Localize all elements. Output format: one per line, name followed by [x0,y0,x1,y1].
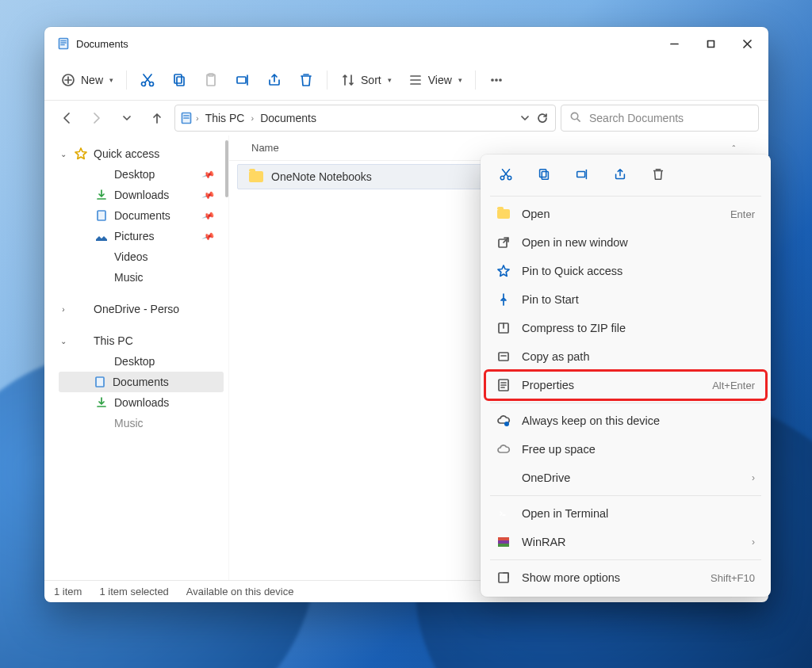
file-name: OneNote Notebooks [271,170,372,183]
titlebar-title: Documents [76,38,656,50]
cm-copy[interactable] [530,162,558,186]
search-placeholder: Search Documents [589,112,684,124]
context-menu: Open Enter Open in new window Pin to Qui… [481,155,771,597]
svg-rect-40 [96,357,107,365]
svg-point-25 [496,79,497,81]
sidebar-onedrive[interactable]: › OneDrive - Perso [44,299,224,319]
cm-always-keep[interactable]: Always keep on this device [485,407,766,435]
sidebar-pictures[interactable]: Pictures 📌 [44,226,224,246]
view-label: View [428,74,452,86]
sort-icon [340,72,356,88]
svg-rect-49 [577,171,585,177]
svg-point-26 [500,79,501,81]
sidebar-pc-downloads[interactable]: Downloads [44,392,224,413]
forward-button[interactable] [84,105,109,131]
svg-rect-64 [498,544,509,547]
breadcrumb-current[interactable]: Documents [257,112,320,124]
cm-open-new-window[interactable]: Open in new window [485,228,766,257]
refresh-button[interactable] [534,105,550,131]
more-button[interactable] [482,67,511,93]
sidebar-this-pc[interactable]: ⌄ This PC [44,330,224,351]
toolbar: New ▾ Sort ▾ View ▾ [44,60,768,100]
cm-onedrive[interactable]: OneDrive › [485,464,766,492]
terminal-icon [496,506,511,521]
breadcrumb-root[interactable]: This PC [202,112,248,124]
back-button[interactable] [54,105,79,131]
desktop-icon [95,168,108,181]
cm-properties[interactable]: Properties Alt+Enter [485,371,766,399]
svg-rect-32 [96,170,107,177]
cloud-check-icon [496,414,511,428]
minimize-button[interactable] [656,31,692,56]
svg-rect-15 [174,74,182,83]
sidebar-documents[interactable]: Documents 📌 [44,205,224,226]
sidebar-pc-music[interactable]: Music [44,413,224,433]
pin-icon: 📌 [201,229,216,243]
sidebar-videos[interactable]: Videos [44,246,224,267]
sidebar-label: Downloads [114,396,169,409]
star-icon [75,147,87,160]
cm-show-more[interactable]: Show more options Shift+F10 [485,563,766,592]
delete-button[interactable] [292,67,320,93]
scissors-icon [140,72,155,88]
cut-button[interactable] [133,67,162,93]
cm-winrar[interactable]: WinRAR › [485,528,766,556]
cm-open[interactable]: Open Enter [485,200,766,228]
titlebar: Documents [44,27,768,60]
sort-button[interactable]: Sort ▾ [334,67,398,93]
status-availability: Available on this device [186,586,294,597]
pc-icon [75,334,87,347]
view-button[interactable]: View ▾ [401,67,469,93]
cm-rename[interactable] [568,162,596,186]
cm-delete[interactable] [644,162,672,186]
new-button[interactable]: New ▾ [54,67,120,93]
up-button[interactable] [144,105,170,131]
cloud-icon [75,303,87,315]
svg-rect-63 [498,537,509,540]
svg-line-31 [577,119,580,121]
rename-button[interactable] [228,67,257,93]
close-button[interactable] [729,31,765,56]
documents-icon [57,37,70,50]
sidebar-pc-documents[interactable]: Documents [59,372,224,392]
sidebar-label: Music [114,417,144,429]
sidebar-downloads[interactable]: Downloads 📌 [44,185,224,205]
nav-row: › This PC › Documents Search Documents [44,101,768,136]
cm-pin-start[interactable]: Pin to Start [485,285,766,314]
folder-icon [249,171,263,182]
scrollbar-thumb[interactable] [225,140,228,197]
share-button[interactable] [260,67,289,93]
svg-rect-47 [540,170,546,177]
cm-copy-path[interactable]: Copy as path [485,342,766,371]
column-name[interactable]: Name [245,142,731,154]
documents-icon [180,112,193,124]
trash-icon [298,72,314,88]
pictures-icon [95,230,108,242]
sidebar-desktop[interactable]: Desktop 📌 [44,164,224,185]
rename-icon [235,72,251,88]
sidebar-music[interactable]: Music [44,267,224,288]
copy-button[interactable] [165,67,193,93]
chevron-right-icon: › [249,113,255,123]
cm-cut[interactable] [492,162,520,186]
sidebar-pc-desktop[interactable]: Desktop [44,351,224,372]
sidebar-quick-access[interactable]: ⌄ Quick access [44,143,224,164]
sidebar-label: Pictures [114,230,155,242]
cm-terminal[interactable]: Open in Terminal [485,499,766,528]
address-chevron[interactable] [517,105,533,131]
plus-circle-icon [60,72,76,88]
search-box[interactable]: Search Documents [561,105,759,132]
chevron-right-icon: › [752,472,755,483]
cm-share[interactable] [606,162,634,186]
address-bar[interactable]: › This PC › Documents [174,105,556,132]
recent-button[interactable] [114,105,140,131]
cm-pin-quick-access[interactable]: Pin to Quick access [485,257,766,285]
svg-rect-0 [59,39,68,49]
maximize-button[interactable] [692,31,729,56]
cm-compress[interactable]: Compress to ZIP file [485,314,766,342]
sidebar-label: This PC [94,334,133,347]
chevron-down-icon: ⌄ [59,150,68,158]
cm-free-up[interactable]: Free up space [485,435,766,464]
paste-button[interactable] [197,67,225,93]
svg-point-60 [504,422,509,426]
